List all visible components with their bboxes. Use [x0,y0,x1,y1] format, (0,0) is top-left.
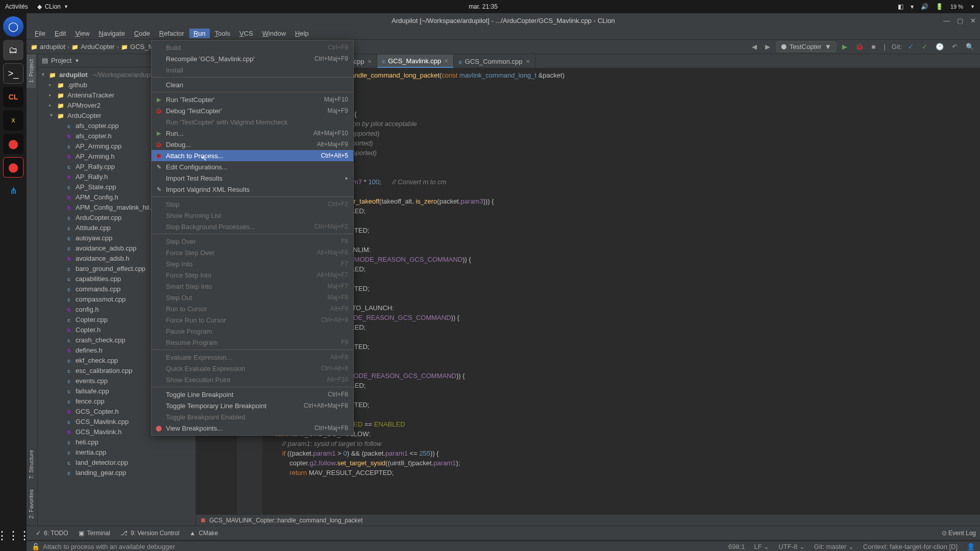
volume-icon[interactable]: 🔊 [921,3,928,10]
show-apps[interactable]: ⋮⋮⋮ [3,525,23,546]
menu-item[interactable]: Import Test Results▸ [152,172,353,184]
menu-item[interactable]: ✎Edit Configurations... [152,161,353,172]
window-title: Ardupilot [~/Workspace/ardupilot] - .../… [391,17,615,24]
debug-button[interactable]: 🐞 [853,43,866,51]
close-tab-icon[interactable]: ✕ [526,59,530,64]
close-tab-icon[interactable]: ✕ [444,58,448,64]
run-button[interactable]: ▶ [840,43,849,51]
wifi-icon[interactable]: ▾ [911,3,914,10]
project-tool-tab[interactable]: 1: Project [27,54,36,88]
chevron-down-icon: ▼ [825,43,831,51]
terminal-tab[interactable]: ▣Terminal [74,530,115,537]
forward-icon[interactable]: ▶ [763,43,772,51]
back-icon[interactable]: ◀ [750,43,759,51]
menu-item: Evaluate Expression...Alt+F8 [152,352,353,363]
menu-item: Step OverF8 [152,236,353,247]
menu-run[interactable]: Run [189,29,210,38]
todo-icon: ✓ [36,530,41,537]
git-update-icon[interactable]: ✓ [906,43,916,51]
menu-item[interactable]: ✎Import Valgrind XML Results [152,184,353,195]
menu-view[interactable]: View [71,29,93,38]
recorder2-launcher[interactable]: ⬤ [3,157,23,178]
vscode-launcher[interactable]: ⋔ [3,181,23,201]
favorites-tool-tab[interactable]: 2: Favorites [27,484,36,523]
hector-icon[interactable]: 👤 [967,543,975,550]
run-configuration-selector[interactable]: ⬣ TestCopter ▼ [776,41,836,52]
tree-row[interactable]: landing_gear.cpp [38,467,195,478]
vcs-tab[interactable]: ⎇9: Version Control [115,530,184,537]
recorder-launcher[interactable]: ⬤ [3,134,23,154]
menu-item: Run 'TestCopter' with Valgrind Memcheck [152,116,353,128]
files-launcher[interactable]: 🗂 [3,40,23,60]
status-hint: Attach to process with an available debu… [43,543,175,550]
app-menu[interactable]: ◆ CLion ▼ [37,3,68,10]
editor-tab[interactable]: GCS_Mavlink.cpp✕ [377,55,454,68]
clion-launcher[interactable]: CL [3,87,23,107]
browser-launcher[interactable]: ◯ [3,16,23,37]
git-revert-icon[interactable]: ↶ [950,43,960,51]
git-commit-icon[interactable]: ✓ [920,43,929,51]
breadcrumb-item[interactable]: ArduCopter [71,43,114,51]
context[interactable]: Context: fake-target-for-clion [D] [863,543,958,550]
menu-item[interactable]: ⬤View Breakpoints...Ctrl+Maj+F8 [152,422,353,434]
tray-icon[interactable]: ◧ [898,3,903,10]
menu-item[interactable]: 🐞Attach to Process...Ctrl+Alt+5 [152,150,353,161]
tree-row[interactable]: land_detector.cpp [38,457,195,467]
dock: ◯ 🗂 >_ CL X ⬤ ⬤ ⋔ ⋮⋮⋮ [0,13,27,551]
breadcrumb[interactable]: ardupilot› ArduCopter› GCS_Mavlin [31,43,167,51]
eventlog-tab[interactable]: ⊙ Event Log [942,530,976,537]
terminal-launcher[interactable]: >_ [3,63,23,84]
menu-tools[interactable]: Tools [211,29,234,38]
cmake-tab[interactable]: ▲CMake [184,530,223,537]
menu-item[interactable]: ▶Run...Alt+Maj+F10 [152,128,353,139]
system-menu-icon[interactable]: ▼ [970,4,975,9]
tree-row[interactable]: heli.cpp [38,437,195,447]
cmake-icon: ▲ [189,530,195,537]
search-icon[interactable]: 🔍 [964,43,976,51]
chevron-down-icon[interactable]: ▼ [75,58,79,63]
menu-item: Force Step IntoAlt+Maj+F7 [152,269,353,281]
close-tab-icon[interactable]: ✕ [368,59,372,64]
activities-button[interactable]: Activités [5,3,28,10]
menu-item[interactable]: 🐞Debug 'TestCopter'Maj+F9 [152,105,353,116]
menu-item[interactable]: ▶Run 'TestCopter'Maj+F10 [152,94,353,105]
menu-vcs[interactable]: VCS [235,29,257,38]
menu-help[interactable]: Help [291,29,313,38]
structure-tool-tab[interactable]: 7: Structure [27,445,36,484]
menu-item[interactable]: Recompile 'GCS_Mavlink.cpp'Ctrl+Maj+F9 [152,53,353,64]
menu-item: Run to CursorAlt+F9 [152,303,353,314]
menu-edit[interactable]: Edit [51,29,70,38]
todo-tab[interactable]: ✓6: TODO [31,530,74,537]
clock[interactable]: mar. 21:35 [68,3,898,10]
menu-item[interactable]: Clean [152,79,353,90]
close-button[interactable]: ✕ [970,17,976,24]
line-separator[interactable]: LF ⌄ [754,543,770,550]
terminal-icon: ▣ [79,530,84,537]
project-view-icon[interactable]: ▤ [42,57,48,64]
menu-item: Quick Evaluate ExpressionCtrl+Alt+8 [152,363,353,374]
stop-button[interactable]: ■ [870,43,878,51]
menu-window[interactable]: Window [258,29,290,38]
xterm-launcher[interactable]: X [3,110,23,131]
vcs-icon: ⎇ [120,530,128,537]
menu-navigate[interactable]: Navigate [94,29,129,38]
chevron-down-icon: ▼ [64,4,68,9]
app-name: CLion [45,3,61,10]
breadcrumb-item[interactable]: ardupilot [31,43,65,51]
git-history-icon[interactable]: 🕐 [934,43,946,51]
maximize-button[interactable]: ▢ [957,17,963,24]
menu-item[interactable]: 🐞Debug...Alt+Maj+F9 [152,139,353,150]
git-label: Git: [892,43,902,51]
run-menu-dropdown[interactable]: BuildCtrl+F9Recompile 'GCS_Mavlink.cpp'C… [151,40,354,436]
encoding[interactable]: UTF-8 ⌄ [778,543,804,550]
minimize-button[interactable]: — [943,17,950,24]
menu-item[interactable]: Toggle Temporary Line BreakpointCtrl+Alt… [152,400,353,411]
battery-icon[interactable]: 🔋 [936,3,943,10]
menu-code[interactable]: Code [130,29,154,38]
tree-row[interactable]: inertia.cpp [38,447,195,457]
menu-refactor[interactable]: Refactor [155,29,188,38]
menu-item[interactable]: Toggle Line BreakpointCtrl+F8 [152,389,353,400]
editor-tab[interactable]: GCS_Common.cpp✕ [454,55,535,68]
git-branch[interactable]: Git: master ⌄ [814,543,854,550]
menu-file[interactable]: File [31,29,50,38]
